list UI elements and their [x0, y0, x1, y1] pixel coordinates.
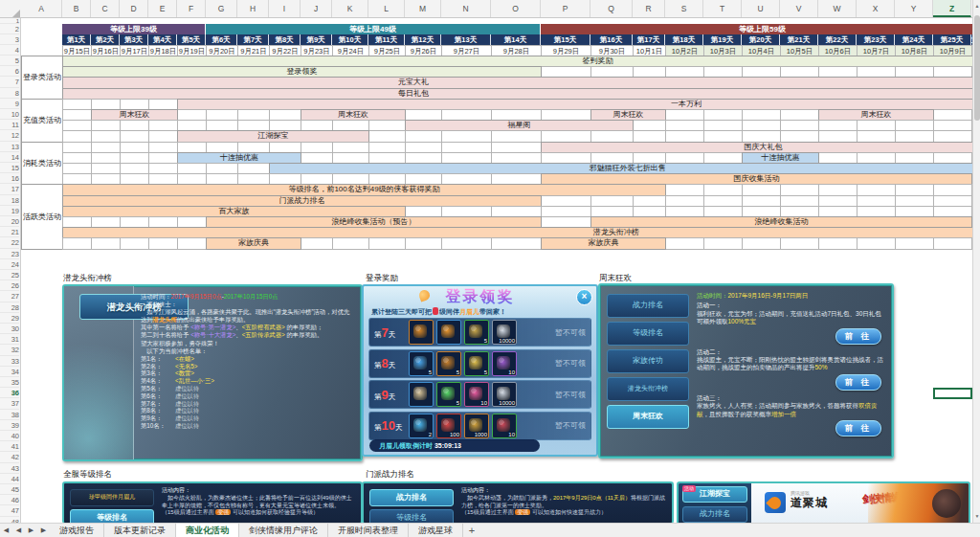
empty-cell[interactable]	[895, 237, 934, 249]
column-header-J[interactable]: J	[301, 0, 332, 17]
add-sheet-button[interactable]: +	[463, 524, 480, 537]
empty-cell[interactable]	[177, 237, 207, 249]
row-number-10[interactable]: 10	[0, 109, 19, 120]
row-number-21[interactable]: 21	[0, 227, 19, 237]
column-header-O[interactable]: O	[491, 0, 541, 17]
empty-cell[interactable]	[818, 237, 858, 249]
empty-cell[interactable]	[91, 237, 121, 249]
row-number-41[interactable]: 41	[0, 441, 19, 452]
image-treasure-banner-screenshot[interactable]: 活动江湖探宝战力排名 腾讯游戏 道聚城 剑侠情缘	[677, 481, 970, 526]
tab-nav-prev-icon[interactable]: ◀	[12, 524, 25, 537]
tab-nav-next-icon[interactable]: ▶	[25, 524, 37, 537]
row-number-22[interactable]: 22	[0, 237, 19, 248]
sheet-tab-游戏报告[interactable]: 游戏报告	[50, 524, 104, 537]
row-number-7[interactable]: 7	[0, 77, 19, 87]
empty-cell[interactable]	[665, 237, 704, 249]
row-number-2[interactable]: 2	[0, 24, 19, 34]
column-header-T[interactable]: T	[703, 0, 742, 17]
row-number-16[interactable]: 16	[0, 173, 19, 184]
scroll-up-icon[interactable]: ▲	[973, 3, 980, 9]
row-number-20[interactable]: 20	[0, 216, 19, 227]
row-number-19[interactable]: 19	[0, 206, 19, 216]
column-header-V[interactable]: V	[780, 0, 818, 17]
row-number-5[interactable]: 5	[0, 56, 19, 66]
column-header-F[interactable]: F	[177, 0, 206, 17]
empty-cell[interactable]	[405, 237, 442, 249]
row-number-38[interactable]: 38	[0, 410, 19, 420]
row-number-24[interactable]: 24	[0, 259, 19, 270]
empty-cell[interactable]	[368, 237, 406, 249]
row-number-40[interactable]: 40	[0, 431, 19, 441]
row-number-14[interactable]: 14	[0, 152, 19, 163]
column-header-L[interactable]: L	[368, 0, 405, 17]
category-cell[interactable]: 充值类活动	[21, 99, 63, 143]
row-number-11[interactable]: 11	[0, 120, 19, 130]
tab-nav-last-icon[interactable]: ▶	[37, 524, 50, 537]
column-header-E[interactable]: E	[148, 0, 177, 17]
row-number-3[interactable]: 3	[0, 34, 19, 45]
row-number-35[interactable]: 35	[0, 377, 19, 388]
row-number-31[interactable]: 31	[0, 334, 19, 345]
row-number-18[interactable]: 18	[0, 195, 19, 206]
scrollbar-thumb[interactable]	[974, 15, 980, 121]
column-header-S[interactable]: S	[665, 0, 703, 17]
column-header-H[interactable]: H	[237, 0, 269, 17]
column-header-Q[interactable]: Q	[590, 0, 633, 17]
row-number-29[interactable]: 29	[0, 313, 19, 324]
tab-nav-first-icon[interactable]: ◀	[0, 524, 12, 537]
column-header-N[interactable]: N	[441, 0, 491, 17]
column-header-B[interactable]: B	[62, 0, 91, 17]
gantt-bar[interactable]: 家族庆典	[206, 237, 301, 249]
row-number-30[interactable]: 30	[0, 324, 19, 334]
empty-cell[interactable]	[301, 237, 333, 249]
row-number-12[interactable]: 12	[0, 130, 19, 141]
column-header-I[interactable]: I	[269, 0, 301, 17]
row-number-25[interactable]: 25	[0, 270, 19, 280]
column-header-X[interactable]: X	[857, 0, 895, 17]
cell-label-qianlong[interactable]: 潜龙头衔冲榜	[63, 273, 112, 284]
image-sect-power-rank-screenshot[interactable]: 战力排名等级排名 活动内容： 如今武林动荡，为鼓励门派新秀，2017年9月29日…	[362, 481, 674, 524]
category-cell[interactable]: 登录类活动	[21, 56, 63, 100]
column-header-G[interactable]: G	[206, 0, 237, 17]
column-header-R[interactable]: R	[633, 0, 665, 17]
column-header-C[interactable]: C	[91, 0, 120, 17]
empty-cell[interactable]	[441, 237, 492, 249]
row-number-8[interactable]: 8	[0, 88, 19, 99]
empty-cell[interactable]	[62, 237, 92, 249]
row-number-28[interactable]: 28	[0, 302, 19, 313]
row-number-39[interactable]: 39	[0, 420, 19, 431]
cell-label-login[interactable]: 登录奖励	[366, 273, 398, 284]
row-number-9[interactable]: 9	[0, 99, 19, 109]
row-number-13[interactable]: 13	[0, 142, 19, 152]
row-number-27[interactable]: 27	[0, 291, 19, 302]
column-header-A[interactable]: A	[21, 0, 62, 17]
scroll-down-icon[interactable]: ▼	[973, 513, 980, 519]
image-weekend-carnival-screenshot[interactable]: 战力排名等级排名家族传功潜龙头衔冲榜周末狂欢 活动时间：2017年9月16日-9…	[598, 283, 894, 459]
column-header-Y[interactable]: Y	[895, 0, 933, 17]
empty-cell[interactable]	[332, 237, 369, 249]
cell-label-levelrank[interactable]: 全服等级排名	[63, 469, 112, 481]
row-number-26[interactable]: 26	[0, 280, 19, 291]
row-number-42[interactable]: 42	[0, 452, 19, 462]
select-all-corner[interactable]	[12, 10, 20, 17]
sheet-tab-开服时间表整理[interactable]: 开服时间表整理	[328, 524, 409, 537]
row-number-47[interactable]: 47	[0, 505, 19, 516]
image-level-rank-screenshot[interactable]: 珍甲级同伴月眉儿 等级排名 活动内容： 如今战火纷乱，为数豪杰诸位侠士；此番将给…	[62, 481, 363, 524]
category-cell[interactable]: 活跃类活动	[21, 184, 63, 249]
column-header-strip[interactable]: ABCDEFGHIJKLMNOPQRSTUVWXYZ	[0, 0, 980, 18]
empty-cell[interactable]	[780, 237, 819, 249]
row-number-32[interactable]: 32	[0, 345, 19, 355]
row-number-gutter[interactable]: 1234567891011121314151617181920212223242…	[0, 18, 21, 523]
empty-cell[interactable]	[120, 237, 149, 249]
row-number-46[interactable]: 46	[0, 495, 19, 505]
empty-cell[interactable]	[742, 237, 781, 249]
category-cell[interactable]: 消耗类活动	[21, 142, 63, 186]
row-number-37[interactable]: 37	[0, 398, 19, 409]
column-header-D[interactable]: D	[120, 0, 148, 17]
cell-label-sectrank[interactable]: 门派战力排名	[366, 469, 414, 481]
column-header-P[interactable]: P	[541, 0, 590, 17]
empty-cell[interactable]	[703, 237, 743, 249]
row-number-33[interactable]: 33	[0, 356, 19, 367]
empty-cell[interactable]	[857, 237, 896, 249]
image-qianlong-rank-screenshot[interactable]: 潜龙头衔冲榜 活动时间：2017年9月15日0点-2017年10月15日0点 诸…	[62, 284, 363, 461]
